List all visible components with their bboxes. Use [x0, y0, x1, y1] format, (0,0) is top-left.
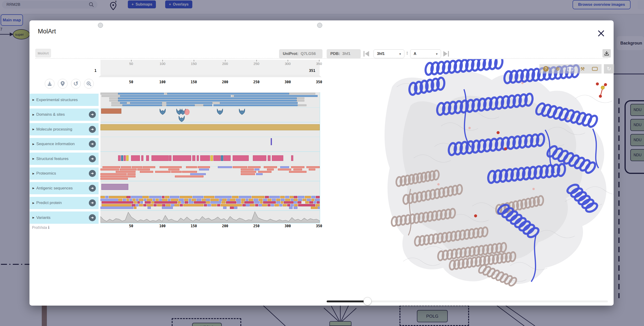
next-structure-icon[interactable]: [443, 50, 450, 57]
prediction-segment[interactable]: [178, 201, 181, 204]
prediction-segment[interactable]: [165, 196, 169, 198]
site-marker-icon[interactable]: [239, 108, 245, 115]
structure-coverage-bar[interactable]: [120, 95, 231, 97]
prediction-segment[interactable]: [246, 199, 248, 201]
helix-strand-segment[interactable]: [272, 155, 283, 161]
prediction-segment[interactable]: [192, 199, 196, 201]
peptide-bar[interactable]: [132, 166, 142, 168]
peptide-bar[interactable]: [198, 166, 210, 168]
prediction-segment[interactable]: [132, 199, 136, 201]
prediction-segment[interactable]: [294, 199, 298, 201]
prediction-segment[interactable]: [290, 196, 294, 198]
prediction-segment[interactable]: [136, 204, 138, 206]
prediction-segment[interactable]: [239, 196, 251, 198]
download-svg-button[interactable]: [45, 79, 54, 89]
structure-coverage-bar[interactable]: [232, 95, 234, 97]
prediction-segment[interactable]: [148, 207, 151, 209]
peptide-bar[interactable]: [116, 171, 136, 173]
prediction-segment[interactable]: [294, 201, 297, 204]
prediction-segment[interactable]: [260, 201, 262, 204]
collapse-triangle-icon[interactable]: ▶: [32, 187, 34, 190]
track-row-molecule-processing[interactable]: ▶Molecule processing: [30, 123, 98, 135]
open-track-arrow-icon[interactable]: [89, 170, 96, 177]
prediction-segment[interactable]: [170, 196, 180, 198]
structure-coverage-bar[interactable]: [102, 95, 120, 97]
antigen-region[interactable]: [102, 184, 128, 190]
variants-frequency-chart[interactable]: [100, 211, 320, 223]
prediction-segment[interactable]: [222, 199, 227, 201]
prediction-segment[interactable]: [140, 201, 143, 204]
prediction-segment[interactable]: [136, 199, 138, 201]
structure-coverage-bar[interactable]: [164, 93, 167, 95]
helix-strand-segment[interactable]: [169, 155, 172, 161]
peptide-bar[interactable]: [264, 166, 277, 168]
prediction-segment[interactable]: [232, 196, 238, 198]
prediction-segment[interactable]: [316, 196, 320, 198]
structure-coverage-bar[interactable]: [118, 100, 297, 102]
open-track-arrow-icon[interactable]: [89, 126, 96, 133]
structure-coverage-bar[interactable]: [297, 97, 304, 99]
prediction-segment[interactable]: [192, 196, 204, 198]
prediction-segment[interactable]: [154, 201, 177, 204]
chain-select[interactable]: A ▾: [410, 49, 441, 58]
track-row-sequence-information[interactable]: ▶Sequence information: [30, 138, 98, 150]
peptide-bar[interactable]: [100, 169, 119, 170]
peptide-bar[interactable]: [241, 173, 255, 175]
helix-strand-segment[interactable]: [146, 155, 149, 161]
collapse-triangle-icon[interactable]: ▶: [32, 157, 34, 160]
peptide-bar[interactable]: [168, 169, 179, 170]
domain-region[interactable]: [101, 108, 121, 114]
prediction-segment[interactable]: [276, 199, 280, 201]
prediction-segment[interactable]: [147, 204, 153, 206]
peptide-bar[interactable]: [175, 176, 204, 177]
open-track-arrow-icon[interactable]: [89, 199, 96, 206]
collapse-triangle-icon[interactable]: ▶: [32, 143, 34, 146]
collapse-triangle-icon[interactable]: ▶: [32, 202, 34, 205]
prediction-segment[interactable]: [291, 199, 293, 201]
prediction-segment[interactable]: [210, 199, 219, 201]
open-track-arrow-icon[interactable]: [89, 140, 96, 147]
prediction-segment[interactable]: [118, 199, 122, 201]
prediction-segment[interactable]: [139, 199, 143, 201]
helix-strand-segment[interactable]: [210, 155, 213, 161]
prediction-segment[interactable]: [236, 199, 241, 201]
helix-strand-segment[interactable]: [118, 155, 121, 161]
structure-coverage-bar[interactable]: [109, 100, 118, 102]
prediction-segment[interactable]: [153, 199, 155, 201]
peptide-bar[interactable]: [100, 173, 127, 175]
peptide-bar[interactable]: [278, 169, 291, 170]
structure-3d-canvas[interactable]: [383, 59, 614, 300]
site-marker-icon[interactable]: [178, 115, 185, 122]
helix-strand-segment[interactable]: [173, 155, 191, 161]
prediction-segment[interactable]: [219, 199, 222, 201]
prediction-segment[interactable]: [223, 207, 226, 209]
peptide-bar[interactable]: [258, 171, 272, 173]
prediction-segment[interactable]: [244, 201, 254, 204]
highlight-position-button[interactable]: [58, 79, 68, 89]
open-track-arrow-icon[interactable]: [89, 185, 96, 192]
prediction-segment[interactable]: [269, 196, 280, 198]
collapse-triangle-icon[interactable]: ▶: [32, 113, 34, 116]
viewer-slider-knob[interactable]: [364, 297, 372, 305]
prediction-segment[interactable]: [180, 196, 192, 198]
prediction-segment[interactable]: [100, 199, 118, 201]
prediction-segment[interactable]: [127, 196, 130, 198]
screenshot-box-icon[interactable]: [592, 67, 598, 71]
prediction-segment[interactable]: [271, 204, 274, 206]
prediction-segment[interactable]: [206, 201, 210, 204]
prediction-segment[interactable]: [210, 201, 221, 204]
ruler-handle-left[interactable]: [98, 23, 103, 28]
structure-coverage-bar[interactable]: [109, 97, 118, 99]
helix-strand-segment[interactable]: [214, 155, 220, 161]
molart-tab[interactable]: MolArt: [35, 49, 51, 57]
prediction-segment[interactable]: [179, 199, 184, 201]
prediction-segment[interactable]: [259, 199, 262, 201]
prediction-segment[interactable]: [143, 204, 146, 206]
prediction-segment[interactable]: [294, 207, 297, 209]
prediction-segment[interactable]: [265, 196, 269, 198]
prediction-segment[interactable]: [252, 196, 264, 198]
prediction-segment[interactable]: [180, 204, 183, 206]
prediction-segment[interactable]: [102, 201, 134, 204]
peptide-bar[interactable]: [280, 166, 289, 168]
structure-coverage-bar[interactable]: [122, 104, 162, 106]
